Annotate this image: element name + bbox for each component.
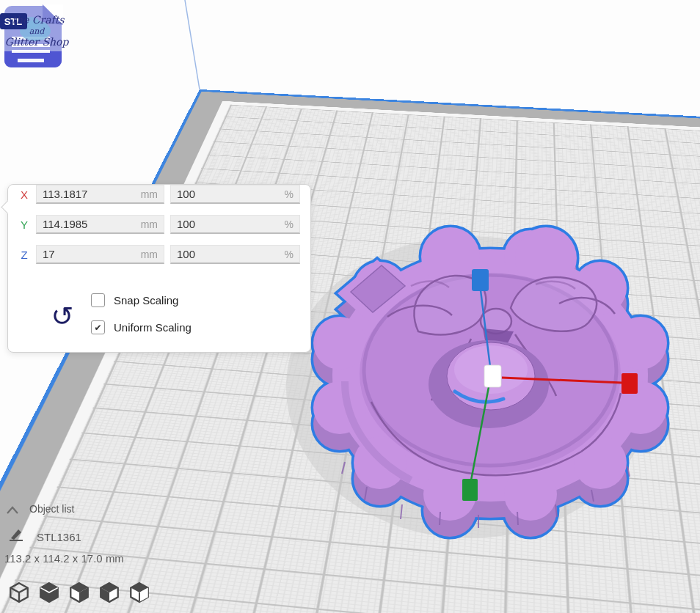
- view-preset-toolbar: [9, 581, 150, 604]
- z-axis-label: Z: [18, 249, 30, 261]
- z-scale-handle[interactable]: [472, 269, 489, 291]
- x-size-input[interactable]: [36, 185, 164, 204]
- slicer-workspace: STL the Crafts and Glitter Shop X mm % Y…: [0, 0, 700, 613]
- build-volume-corner-line: [185, 0, 200, 89]
- cube-front-icon: [39, 581, 59, 604]
- y-scale-handle[interactable]: [462, 479, 478, 501]
- scale-tool-panel: X mm % Y mm % Z mm: [7, 184, 311, 353]
- x-axis-label: X: [18, 188, 30, 201]
- x-scale-handle[interactable]: [621, 373, 638, 394]
- snap-scaling-label: Snap Scaling: [114, 294, 178, 306]
- view-3d-button[interactable]: [9, 581, 29, 604]
- object-list-header[interactable]: Object list: [29, 503, 74, 515]
- cube-top-icon: [69, 581, 90, 604]
- svg-text:Glitter Shop: Glitter Shop: [5, 36, 70, 48]
- center-scale-handle[interactable]: [484, 365, 501, 387]
- stl-file-logo: STL the Crafts and Glitter Shop: [0, 1, 78, 72]
- z-size-input[interactable]: [36, 245, 164, 264]
- pencil-icon: [7, 526, 25, 543]
- x-percent-input[interactable]: [170, 185, 300, 204]
- model-dimensions-label: 113.2 x 114.2 x 17.0 mm: [4, 552, 124, 565]
- snap-scaling-row: Snap Scaling: [91, 293, 178, 307]
- scale-row-z: Z mm %: [18, 245, 300, 264]
- uniform-scaling-row: ✔ Uniform Scaling: [91, 320, 192, 334]
- uniform-scaling-label: Uniform Scaling: [114, 321, 192, 334]
- chevron-up-icon[interactable]: [6, 504, 19, 515]
- y-axis-label: Y: [18, 219, 30, 231]
- scale-row-y: Y mm %: [18, 215, 300, 234]
- cube-3d-icon: [9, 581, 29, 604]
- y-size-input[interactable]: [36, 215, 164, 234]
- cube-left-icon: [99, 581, 120, 604]
- object-list-item[interactable]: STL1361: [37, 531, 81, 543]
- view-top-button[interactable]: [69, 581, 90, 604]
- svg-text:the Crafts: the Crafts: [12, 14, 65, 26]
- view-right-button[interactable]: [129, 581, 150, 604]
- z-percent-input[interactable]: [170, 245, 300, 264]
- snap-scaling-checkbox[interactable]: [91, 293, 105, 307]
- view-front-button[interactable]: [39, 581, 59, 604]
- uniform-scaling-checkbox[interactable]: ✔: [91, 320, 105, 334]
- svg-text:and: and: [29, 26, 45, 36]
- view-left-button[interactable]: [99, 581, 120, 604]
- reset-scale-button[interactable]: ↺: [46, 299, 79, 334]
- cube-right-icon: [129, 581, 150, 604]
- y-percent-input[interactable]: [170, 215, 300, 234]
- scale-row-x: X mm %: [18, 185, 300, 204]
